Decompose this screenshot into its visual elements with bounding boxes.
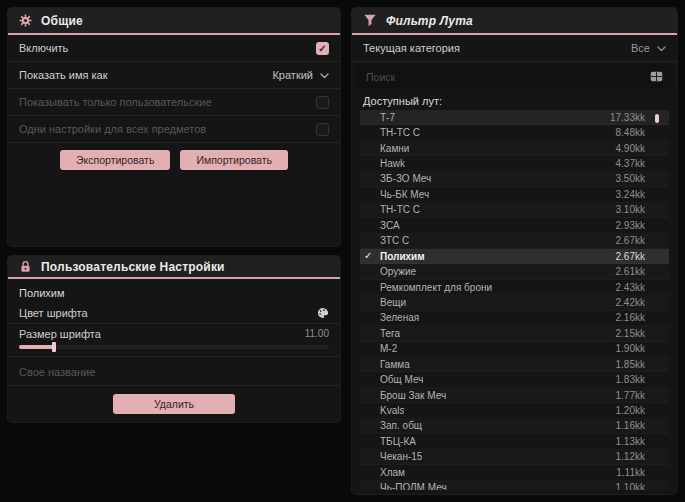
list-item[interactable]: Брош Зак Меч1.77kk	[360, 388, 669, 403]
item-name: ЗСА	[380, 220, 400, 231]
item-value: 4.37kk	[616, 158, 645, 169]
item-name: Чь-ПОЛМ Меч	[380, 482, 447, 490]
item-name: ТН-ТС С	[380, 127, 420, 138]
font-color-row: Цвет шрифта	[8, 303, 340, 324]
item-name: Полихим	[380, 251, 425, 262]
list-item[interactable]: Камни4.90kk	[360, 141, 669, 156]
item-value: 3.50kk	[616, 173, 645, 184]
item-name: ЗБ-ЗО Меч	[380, 173, 431, 184]
item-name: Гамма	[380, 359, 410, 370]
list-item[interactable]: Вещи2.42kk	[360, 295, 669, 310]
item-name: ЗТС С	[380, 235, 409, 246]
item-name: Хлам	[380, 467, 405, 478]
loot-list: Т-717.33kkТН-ТС С8.48kkКамни4.90kkHawk4.…	[360, 110, 669, 490]
item-value: 1.11kk	[616, 467, 645, 478]
search-row	[356, 64, 673, 89]
only-custom-label: Показывать только пользовательские	[19, 96, 212, 108]
only-custom-checkbox[interactable]	[316, 96, 329, 109]
list-item[interactable]: Зап. общ1.16kk	[360, 419, 669, 434]
item-value: 1.10kk	[616, 482, 645, 490]
item-name: Оружие	[380, 266, 416, 277]
list-item[interactable]: Хлам1.11kk	[360, 465, 669, 480]
category-dropdown[interactable]: Все	[631, 42, 666, 54]
item-value: 2.16kk	[616, 312, 645, 323]
item-name: Тега	[380, 328, 400, 339]
palette-icon[interactable]	[317, 307, 329, 319]
slider-handle[interactable]	[52, 342, 56, 352]
list-item[interactable]: Kvals1.20kk	[360, 403, 669, 418]
scrollbar-thumb[interactable]	[655, 114, 659, 123]
list-item[interactable]: Чь-БК Меч3.24kk	[360, 187, 669, 202]
item-name: Зеленая	[380, 312, 419, 323]
list-item[interactable]: ЗБ-ЗО Меч3.50kk	[360, 172, 669, 187]
list-item[interactable]: ТН-ТС С3.10kk	[360, 203, 669, 218]
show-name-value: Краткий	[272, 69, 313, 81]
general-panel-spacer	[8, 179, 340, 246]
list-item[interactable]: Тега2.15kk	[360, 326, 669, 341]
available-loot-label: Доступный лут:	[352, 89, 677, 110]
list-item[interactable]: ЗТС С2.67kk	[360, 234, 669, 249]
search-input[interactable]	[366, 71, 650, 83]
list-item[interactable]: ЗСА2.93kk	[360, 218, 669, 233]
list-item[interactable]: Оружие2.61kk	[360, 264, 669, 279]
category-label: Текущая категория	[363, 42, 460, 54]
item-name: Т-7	[380, 112, 395, 123]
list-item[interactable]: Hawk4.37kk	[360, 156, 669, 171]
item-name: Камни	[380, 143, 409, 154]
list-item[interactable]: ТН-ТС С8.48kk	[360, 125, 669, 140]
list-item[interactable]: ✓Полихим2.67kk	[360, 249, 669, 264]
item-name: Чекан-15	[380, 451, 422, 462]
export-button[interactable]: Экспортировать	[60, 150, 170, 170]
same-settings-checkbox[interactable]	[316, 123, 329, 136]
loot-filter-panel: Фильтр Лута Текущая категория Все	[352, 8, 677, 494]
show-name-dropdown[interactable]: Краткий	[272, 69, 329, 81]
setting-row-same-settings: Одни настройки для всех предметов	[8, 116, 340, 143]
item-name: Общ Меч	[380, 374, 423, 385]
item-value: 2.93kk	[616, 220, 645, 231]
selected-item-name: Полихим	[8, 279, 340, 303]
item-value: 3.24kk	[616, 189, 645, 200]
custom-name-input[interactable]	[19, 366, 329, 378]
enable-checkbox[interactable]: ✓	[316, 42, 329, 55]
item-value: 8.48kk	[616, 127, 645, 138]
setting-row-enable: Включить ✓	[8, 35, 340, 62]
item-value: 1.77kk	[616, 390, 645, 401]
list-item[interactable]: Ремкомплект для брони2.43kk	[360, 280, 669, 295]
grid-icon[interactable]	[650, 71, 663, 82]
user-settings-header: Пользовательские Настройки	[8, 256, 340, 279]
app-root: Общие Включить ✓ Показать имя как Кратки…	[0, 0, 685, 502]
list-item[interactable]: ТБЦ-КА1.13kk	[360, 434, 669, 449]
item-value: 2.42kk	[616, 297, 645, 308]
font-color-label: Цвет шрифта	[19, 307, 88, 319]
list-item[interactable]: М-21.90kk	[360, 342, 669, 357]
user-settings-icon	[19, 260, 32, 273]
item-value: 2.15kk	[616, 328, 645, 339]
font-size-label: Размер шрифта	[19, 328, 101, 340]
import-button[interactable]: Импортировать	[180, 150, 288, 170]
item-value: 1.85kk	[616, 359, 645, 370]
general-panel: Общие Включить ✓ Показать имя как Кратки…	[8, 8, 340, 246]
list-item[interactable]: Зеленая2.16kk	[360, 311, 669, 326]
list-item[interactable]: Гамма1.85kk	[360, 357, 669, 372]
delete-button[interactable]: Удалить	[113, 394, 235, 414]
font-size-slider[interactable]	[19, 345, 329, 349]
item-value: 4.90kk	[616, 143, 645, 154]
loot-filter-header: Фильтр Лута	[352, 8, 677, 35]
category-row: Текущая категория Все	[352, 35, 677, 62]
general-panel-title: Общие	[41, 14, 83, 28]
item-value: 3.10kk	[616, 204, 645, 215]
font-size-row: Размер шрифта 11.00	[8, 324, 340, 357]
list-item[interactable]: Т-717.33kk	[360, 110, 669, 125]
right-column: Фильтр Лута Текущая категория Все	[352, 8, 677, 494]
item-name: Kvals	[380, 405, 404, 416]
chevron-down-icon	[657, 42, 666, 54]
list-item[interactable]: Чекан-151.12kk	[360, 450, 669, 465]
list-item[interactable]: Общ Меч1.83kk	[360, 372, 669, 387]
left-column: Общие Включить ✓ Показать имя как Кратки…	[8, 8, 340, 494]
list-item[interactable]: Чь-ПОЛМ Меч1.10kk	[360, 481, 669, 491]
export-import-row: Экспортировать Импортировать	[8, 143, 340, 179]
item-value: 1.16kk	[616, 420, 645, 431]
item-name: ТН-ТС С	[380, 204, 420, 215]
general-panel-header: Общие	[8, 8, 340, 35]
item-name: Брош Зак Меч	[380, 390, 446, 401]
